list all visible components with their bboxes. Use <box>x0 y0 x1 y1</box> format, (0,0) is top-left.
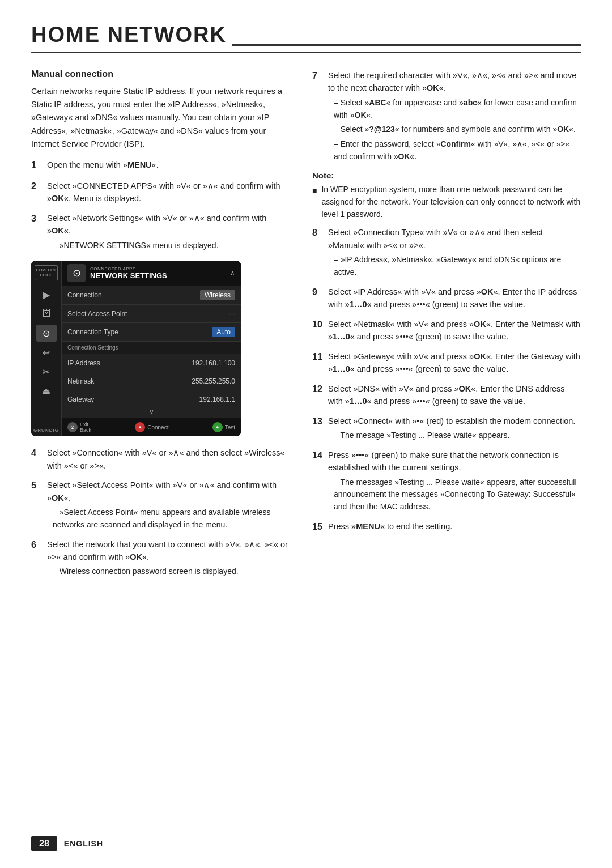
sub-bullet-6: Wireless connection password screen is d… <box>47 565 292 578</box>
test-button[interactable]: ● Test <box>212 422 235 432</box>
right-column: 7 Select the required character with »V«… <box>312 69 581 585</box>
intro-text: Certain networks require Static IP addre… <box>31 85 292 151</box>
connect-label: Connect <box>147 424 168 431</box>
step-13: 13 Select »Connect« with »•« (red) to es… <box>312 415 581 442</box>
sub-bullet-7b: Select »?@123« for numbers and symbols a… <box>328 124 581 136</box>
note-heading: Note: <box>312 171 581 180</box>
connect-button[interactable]: ● Connect <box>135 422 168 432</box>
exit-back-button[interactable]: ⊙ ExitBack <box>67 422 91 433</box>
step-10: 10 Select »Netmask« with »V« and press »… <box>312 318 581 343</box>
step-4: 4 Select »Connection« with »V« or »∧« an… <box>31 446 292 472</box>
sub-bullet-3: »NETWORK SETTINGS« menu is displayed. <box>47 240 292 252</box>
note-bullet-1: ■ <box>312 185 317 220</box>
left-steps-list: 1 Open the menu with »MENU«. 2 Select »C… <box>31 159 292 252</box>
step-8: 8 Select »Connection Type« with »V« or »… <box>312 226 581 278</box>
note-box: Note: ■ In WEP encryption system, more t… <box>312 171 581 220</box>
sidebar-icon-scissors: ✂ <box>36 363 57 380</box>
left-column: Manual connection Certain networks requi… <box>31 69 292 585</box>
connect-red-circle: ● <box>135 422 145 432</box>
sidebar-icon-play: ▶ <box>36 286 57 303</box>
sub-bullet-8: »IP Address«, »Netmask«, »Gateway« and »… <box>328 254 581 278</box>
step-11: 11 Select »Gateway« with »V« and press »… <box>312 350 581 376</box>
page-number: 28 <box>31 836 57 851</box>
page-title: HOME NETWORK <box>31 23 581 53</box>
footer-language: ENGLISH <box>64 839 103 848</box>
ns-row-access-point: Select Access Point - - <box>62 305 241 323</box>
step-3: 3 Select »Network Settings« with »V« or … <box>31 212 292 252</box>
step-5: 5 Select »Select Access Point« with »V« … <box>31 479 292 531</box>
ns-row-gateway: Gateway 192.168.1.1 <box>62 390 241 406</box>
left-steps-list-2: 4 Select »Connection« with »V« or »∧« an… <box>31 446 292 578</box>
test-label: Test <box>225 424 235 431</box>
section-heading: Manual connection <box>31 69 292 79</box>
ns-row-ip: IP Address 192.168.1.100 <box>62 354 241 372</box>
tv-screen: COMFORTGUIDE ▶ 🖼 ⊙ ↩ ✂ ⏏ GRUNDIG <box>31 261 241 436</box>
step-12: 12 Select »DNS« with »V« and press »OK«.… <box>312 382 581 408</box>
step-6: 6 Select the network that you want to co… <box>31 538 292 578</box>
exit-button-circle: ⊙ <box>67 422 78 432</box>
connected-apps-label: CONNECTED APPS <box>90 266 167 271</box>
network-settings-title: NETWORK SETTINGS <box>90 271 167 280</box>
step-2: 2 Select »CONNECTED APPS« with »V« or »∧… <box>31 180 292 205</box>
exit-back-label: ExitBack <box>80 422 91 433</box>
step-9: 9 Select »IP Address« with »V« and press… <box>312 286 581 311</box>
sidebar-icon-settings: ↩ <box>36 344 57 361</box>
sidebar-icon-usb: ⏏ <box>36 382 57 399</box>
tv-main-panel: ⊙ CONNECTED APPS NETWORK SETTINGS ∧ <box>62 261 241 436</box>
ns-title-area: CONNECTED APPS NETWORK SETTINGS <box>90 266 167 280</box>
network-icon-box: ⊙ <box>67 264 86 282</box>
ns-row-netmask: Netmask 255.255.255.0 <box>62 372 241 390</box>
ns-row-connection: Connection Wireless <box>62 286 241 305</box>
title-text: HOME NETWORK <box>31 23 227 47</box>
sidebar-icon-image: 🖼 <box>36 305 57 322</box>
step-15: 15 Press »MENU« to end the setting. <box>312 520 581 534</box>
step-14: 14 Press »•••« (green) to make sure that… <box>312 449 581 513</box>
sub-bullet-7a: Select »ABC« for uppercase and »abc« for… <box>328 97 581 121</box>
network-settings-header: ⊙ CONNECTED APPS NETWORK SETTINGS ∧ <box>62 261 241 286</box>
ns-footer: ⊙ ExitBack ● Connect ● Test <box>62 418 241 436</box>
right-steps-list: 7 Select the required character with »V«… <box>312 69 581 163</box>
scroll-down-indicator: ∨ <box>62 406 241 418</box>
sub-bullet-5: »Select Access Point« menu appears and a… <box>47 507 292 531</box>
tv-sidebar: COMFORTGUIDE ▶ 🖼 ⊙ ↩ ✂ ⏏ GRUNDIG <box>31 261 62 436</box>
note-text-1: In WEP encryption system, more than one … <box>321 184 581 220</box>
ns-section-connection-settings: Connection Settings <box>62 342 241 354</box>
test-green-circle: ● <box>212 422 223 432</box>
tv-mockup: COMFORTGUIDE ▶ 🖼 ⊙ ↩ ✂ ⏏ GRUNDIG <box>31 261 292 436</box>
ns-rows: Connection Wireless Select Access Point … <box>62 286 241 406</box>
ns-row-connection-type: Connection Type Auto <box>62 323 241 342</box>
scroll-up-indicator: ∧ <box>230 269 235 277</box>
sidebar-icon-network: ⊙ <box>36 325 57 342</box>
sub-bullet-14: The messages »Testing ... Please waite« … <box>328 476 581 513</box>
step-1: 1 Open the menu with »MENU«. <box>31 159 292 173</box>
comfort-guide-label: COMFORTGUIDE <box>35 265 58 280</box>
step-7: 7 Select the required character with »V«… <box>312 69 581 163</box>
grundig-logo: GRUNDIG <box>33 428 59 436</box>
sub-bullet-7c: Enter the password, select »Confirm« wit… <box>328 138 581 163</box>
sub-bullet-13: The mesage »Testing ... Please waite« ap… <box>328 429 581 442</box>
page: HOME NETWORK Manual connection Certain n… <box>0 0 612 613</box>
note-item-1: ■ In WEP encryption system, more than on… <box>312 184 581 220</box>
page-footer: 28 ENGLISH <box>31 836 581 851</box>
right-steps-list-2: 8 Select »Connection Type« with »V« or »… <box>312 226 581 534</box>
